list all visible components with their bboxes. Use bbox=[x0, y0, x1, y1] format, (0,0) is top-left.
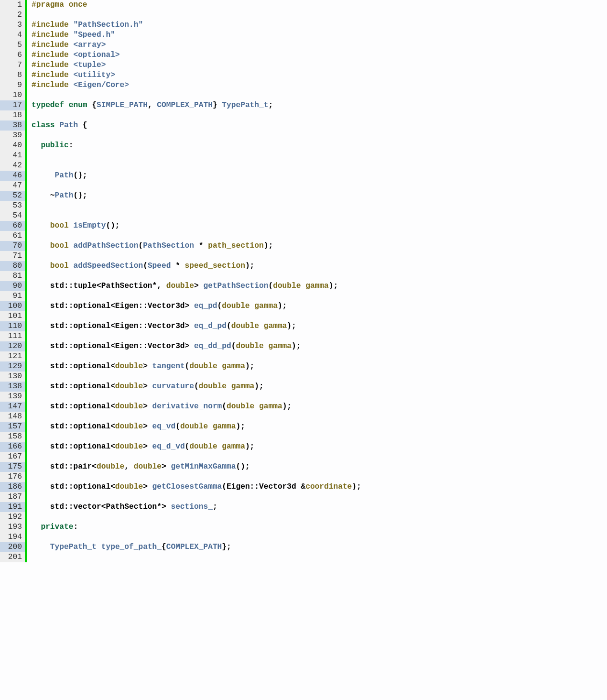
code-line: 91 bbox=[0, 291, 489, 301]
code-content bbox=[27, 291, 32, 301]
code-line: 38class Path { bbox=[0, 120, 489, 131]
line-number: 41 bbox=[0, 151, 25, 161]
code-content: std::tuple<PathSection*, double> getPath… bbox=[27, 281, 338, 291]
line-number: 186 bbox=[0, 482, 25, 492]
code-line: 166 std::optional<double> eq_d_vd(double… bbox=[0, 442, 489, 452]
line-number: 61 bbox=[0, 231, 25, 241]
code-line: 4#include "Speed.h" bbox=[0, 30, 489, 40]
code-content: std::pair<double, double> getMinMaxGamma… bbox=[27, 462, 250, 472]
code-content bbox=[27, 452, 32, 462]
line-number: 38 bbox=[0, 120, 25, 131]
code-content: #include <optional> bbox=[27, 50, 120, 60]
line-number: 166 bbox=[0, 442, 25, 452]
code-line: 70 bool addPathSection(PathSection * pat… bbox=[0, 241, 489, 251]
code-content: #include <array> bbox=[27, 40, 106, 50]
code-line: 158 bbox=[0, 432, 489, 442]
line-number: 176 bbox=[0, 472, 25, 482]
code-content: #include "Speed.h" bbox=[27, 30, 115, 40]
code-content bbox=[27, 311, 32, 321]
line-number: 187 bbox=[0, 492, 25, 502]
code-line: 187 bbox=[0, 492, 489, 502]
code-content bbox=[27, 151, 32, 161]
code-line: 40 public: bbox=[0, 141, 489, 151]
code-line: 194 bbox=[0, 532, 489, 542]
code-line: 2 bbox=[0, 10, 489, 20]
code-content bbox=[27, 372, 32, 382]
code-line: 3#include "PathSection.h" bbox=[0, 20, 489, 30]
code-line: 186 std::optional<double> getClosestGamm… bbox=[0, 482, 489, 492]
code-content bbox=[27, 532, 32, 542]
code-content: std::optional<double> tangent(double gam… bbox=[27, 361, 254, 372]
code-line: 42 bbox=[0, 161, 489, 171]
line-number: 70 bbox=[0, 241, 25, 251]
code-content: private: bbox=[27, 522, 78, 532]
code-line: 157 std::optional<double> eq_vd(double g… bbox=[0, 422, 489, 432]
code-content: TypePath_t type_of_path_{COMPLEX_PATH}; bbox=[27, 542, 231, 552]
line-number: 100 bbox=[0, 301, 25, 311]
code-line: 5#include <array> bbox=[0, 40, 489, 50]
code-line: 47 bbox=[0, 181, 489, 191]
code-line: 175 std::pair<double, double> getMinMaxG… bbox=[0, 462, 489, 472]
code-line: 53 bbox=[0, 201, 489, 211]
code-content bbox=[27, 131, 32, 141]
line-number: 191 bbox=[0, 502, 25, 512]
code-line: 130 bbox=[0, 372, 489, 382]
code-line: 6#include <optional> bbox=[0, 50, 489, 60]
line-number: 40 bbox=[0, 141, 25, 151]
code-line: 71 bbox=[0, 251, 489, 261]
code-line: 147 std::optional<double> derivative_nor… bbox=[0, 402, 489, 412]
code-line: 192 bbox=[0, 512, 489, 522]
code-line: 120 std::optional<Eigen::Vector3d> eq_dd… bbox=[0, 341, 489, 351]
line-number: 4 bbox=[0, 30, 25, 40]
code-line: 100 std::optional<Eigen::Vector3d> eq_pd… bbox=[0, 301, 489, 311]
code-line: 54 bbox=[0, 211, 489, 221]
code-content: std::optional<double> curvature(double g… bbox=[27, 382, 264, 392]
line-number: 8 bbox=[0, 70, 25, 80]
code-line: 138 std::optional<double> curvature(doub… bbox=[0, 382, 489, 392]
code-content: std::optional<double> derivative_norm(do… bbox=[27, 402, 292, 412]
line-number: 111 bbox=[0, 331, 25, 341]
code-line: 191 std::vector<PathSection*> sections_; bbox=[0, 502, 489, 512]
code-line: 139 bbox=[0, 392, 489, 402]
code-content: std::optional<double> eq_d_vd(double gam… bbox=[27, 442, 254, 452]
code-line: 18 bbox=[0, 110, 489, 120]
code-line: 111 bbox=[0, 331, 489, 341]
line-number: 42 bbox=[0, 161, 25, 171]
code-content bbox=[27, 472, 32, 482]
line-number: 90 bbox=[0, 281, 25, 291]
code-content bbox=[27, 392, 32, 402]
line-number: 121 bbox=[0, 351, 25, 361]
line-number: 2 bbox=[0, 10, 25, 20]
code-line: 17typedef enum {SIMPLE_PATH, COMPLEX_PAT… bbox=[0, 100, 489, 110]
line-number: 138 bbox=[0, 382, 25, 392]
code-content: ~Path(); bbox=[27, 191, 87, 201]
code-content: std::optional<Eigen::Vector3d> eq_dd_pd(… bbox=[27, 341, 301, 351]
line-number: 53 bbox=[0, 201, 25, 211]
code-line: 8#include <utility> bbox=[0, 70, 489, 80]
line-number: 80 bbox=[0, 261, 25, 271]
code-line: 80 bool addSpeedSection(Speed * speed_se… bbox=[0, 261, 489, 271]
code-line: 39 bbox=[0, 131, 489, 141]
line-number: 120 bbox=[0, 341, 25, 351]
code-line: 110 std::optional<Eigen::Vector3d> eq_d_… bbox=[0, 321, 489, 331]
line-number: 46 bbox=[0, 171, 25, 181]
line-number: 71 bbox=[0, 251, 25, 261]
code-line: 61 bbox=[0, 231, 489, 241]
line-number: 201 bbox=[0, 552, 25, 562]
line-number: 175 bbox=[0, 462, 25, 472]
code-line: 41 bbox=[0, 151, 489, 161]
line-number: 129 bbox=[0, 361, 25, 372]
line-number: 130 bbox=[0, 372, 25, 382]
line-number: 147 bbox=[0, 402, 25, 412]
line-number: 3 bbox=[0, 20, 25, 30]
line-number: 54 bbox=[0, 211, 25, 221]
code-content: bool addSpeedSection(Speed * speed_secti… bbox=[27, 261, 254, 271]
line-number: 110 bbox=[0, 321, 25, 331]
code-content: typedef enum {SIMPLE_PATH, COMPLEX_PATH}… bbox=[27, 100, 273, 110]
code-line: 1#pragma once bbox=[0, 0, 489, 10]
code-content: bool addPathSection(PathSection * path_s… bbox=[27, 241, 273, 251]
code-content: std::vector<PathSection*> sections_; bbox=[27, 502, 217, 512]
code-content bbox=[27, 90, 32, 100]
code-content bbox=[27, 211, 32, 221]
line-number: 139 bbox=[0, 392, 25, 402]
